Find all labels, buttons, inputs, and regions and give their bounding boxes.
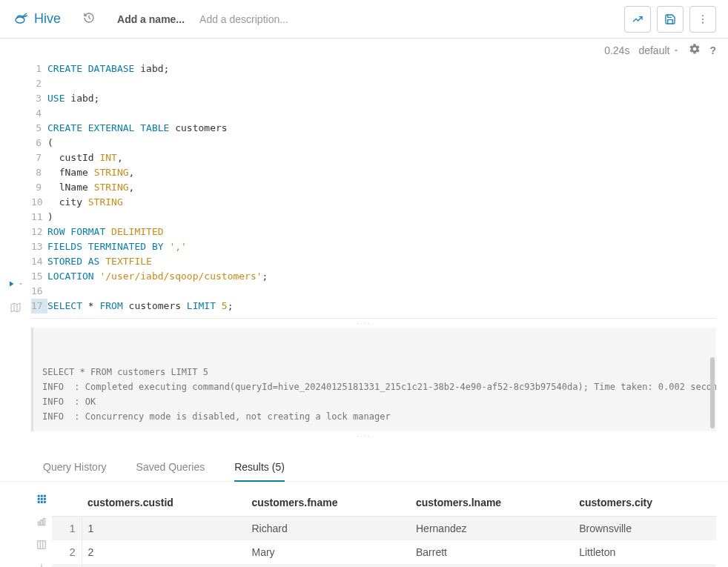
result-tabs: Query History Saved Queries Results (5) [0,445,728,482]
explain-icon[interactable] [10,302,21,316]
svg-rect-18 [43,518,44,525]
line-number: 13 [31,239,47,254]
vertical-resize-handle[interactable]: ···· [0,431,728,440]
download-icon[interactable] [36,563,47,567]
line-number: 16 [31,284,47,299]
svg-point-2 [702,18,704,19]
code-line[interactable]: 15LOCATION '/user/iabd/sqoop/customers'; [31,269,716,284]
svg-rect-17 [41,520,42,525]
line-content: STORED AS TEXTFILE [47,254,152,269]
code-editor[interactable]: 1CREATE DATABASE iabd;23USE iabd;45CREAT… [31,62,716,319]
column-header[interactable]: customers.custid [82,489,246,517]
table-row[interactable]: 22MaryBarrettLittleton [52,540,716,564]
hive-icon [12,9,30,29]
code-line[interactable]: 10 city STRING [31,195,716,210]
history-icon[interactable] [83,12,95,26]
svg-point-3 [702,21,704,23]
more-actions-button[interactable] [689,6,716,33]
table-cell: Caguas [573,564,716,567]
log-line: SELECT * FROM customers LIMIT 5 [42,365,707,379]
grid-view-icon[interactable] [36,494,47,506]
svg-rect-7 [38,495,40,497]
name-input[interactable]: Add a name... [117,13,185,25]
tab-saved-queries[interactable]: Saved Queries [136,454,205,481]
code-line[interactable]: 9 lName STRING, [31,180,716,195]
line-content: lName STRING, [47,180,134,195]
line-content: CREATE DATABASE iabd; [47,62,169,76]
chart-button[interactable] [624,6,651,33]
app-header: Hive Add a name... Add a description... [0,0,728,39]
svg-rect-13 [38,501,40,503]
code-line[interactable]: 7 custId INT, [31,150,716,165]
editor-toolbar: 0.24s default ? [0,39,728,62]
log-line: INFO : Concurrency mode is disabled, not… [42,409,707,424]
app-logo: Hive [12,9,61,29]
line-number: 6 [31,136,47,150]
execution-time: 0.24s [604,44,629,56]
svg-rect-11 [41,498,43,500]
column-header[interactable]: customers.city [573,489,716,517]
table-row[interactable]: 33AnnSmithCaguas [52,564,716,567]
settings-icon[interactable] [689,43,701,57]
save-button[interactable] [657,6,684,33]
code-line[interactable]: 12ROW FORMAT DELIMITED [31,225,716,239]
code-line[interactable]: 2 [31,76,716,91]
database-selector[interactable]: default [638,44,680,56]
code-line[interactable]: 5CREATE EXTERNAL TABLE customers [31,121,716,136]
column-header[interactable]: customers.lname [410,489,573,517]
line-number: 10 [31,195,47,210]
row-index: 2 [52,540,82,564]
line-number: 2 [31,76,47,91]
table-cell: Barrett [410,540,573,564]
columns-icon[interactable] [36,540,47,552]
table-cell: Littleton [573,540,716,564]
log-scrollbar[interactable] [710,357,715,428]
code-line[interactable]: 17SELECT * FROM customers LIMIT 5; [31,299,716,314]
svg-rect-15 [44,501,46,503]
code-line[interactable]: 3USE iabd; [31,91,716,106]
svg-rect-12 [44,498,46,500]
code-line[interactable]: 6( [31,136,716,150]
code-line[interactable]: 14STORED AS TEXTFILE [31,254,716,269]
table-cell: 3 [82,564,246,567]
svg-rect-14 [41,501,43,503]
line-content: USE iabd; [47,91,99,106]
column-header[interactable]: customers.fname [246,489,411,517]
log-line: INFO : Completed executing command(query… [42,379,707,394]
line-number: 14 [31,254,47,269]
column-header-index[interactable] [52,489,82,517]
chart-view-icon[interactable] [36,517,47,529]
help-icon[interactable]: ? [709,44,716,56]
table-cell: 1 [82,517,246,541]
line-number: 7 [31,150,47,165]
code-line[interactable]: 4 [31,106,716,121]
svg-point-1 [702,15,704,16]
tab-query-history[interactable]: Query History [43,454,107,481]
vertical-resize-handle[interactable]: ···· [0,319,728,328]
code-line[interactable]: 13FIELDS TERMINATED BY ',' [31,239,716,254]
log-line: INFO : OK [42,394,707,409]
svg-rect-10 [38,498,40,500]
code-line[interactable]: 11) [31,210,716,225]
code-line[interactable]: 1CREATE DATABASE iabd; [31,62,716,76]
caret-down-icon [672,47,680,54]
line-content: fName STRING, [47,165,134,180]
line-content: ) [47,210,53,225]
run-button[interactable] [7,279,24,288]
line-number: 11 [31,210,47,225]
editor-gutter [0,62,31,319]
table-cell: Hernandez [410,517,573,541]
tab-results[interactable]: Results (5) [234,454,285,482]
description-input[interactable]: Add a description... [199,13,288,25]
line-content: city STRING [47,195,123,210]
log-panel: SELECT * FROM customers LIMIT 5INFO : Co… [31,328,716,431]
line-number: 3 [31,91,47,106]
row-index: 1 [52,517,82,541]
svg-rect-16 [38,522,39,525]
table-row[interactable]: 11RichardHernandezBrownsville [52,517,716,541]
editor-area: 1CREATE DATABASE iabd;23USE iabd;45CREAT… [0,62,728,319]
table-cell: Mary [246,540,411,564]
table-cell: Richard [246,517,411,541]
code-line[interactable]: 16 [31,284,716,299]
code-line[interactable]: 8 fName STRING, [31,165,716,180]
